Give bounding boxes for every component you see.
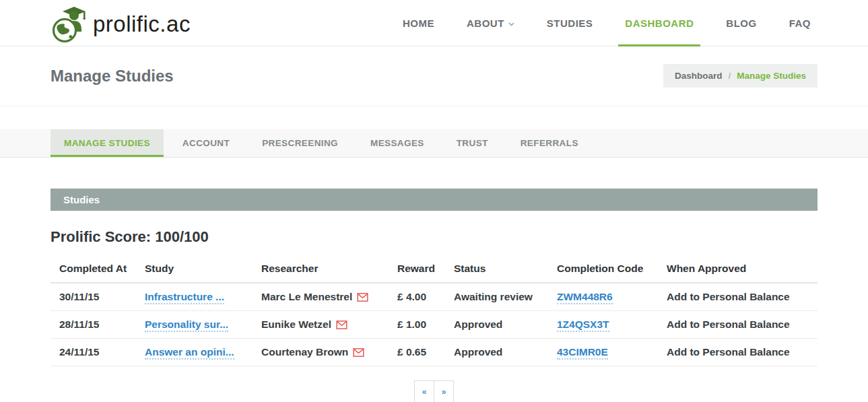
cell-completion-code: 43CIMR0E — [557, 339, 667, 366]
nav-faq[interactable]: FAQ — [782, 0, 817, 46]
cell-completed-at: 24/11/15 — [51, 339, 145, 366]
breadcrumb-current: Manage Studies — [737, 71, 806, 81]
page-title: Manage Studies — [51, 67, 174, 86]
cell-status: Awaiting review — [454, 283, 557, 311]
pagination-next-button[interactable]: » — [434, 380, 454, 402]
nav-home[interactable]: HOME — [396, 0, 441, 46]
cell-completed-at: 30/11/15 — [51, 283, 145, 311]
cell-researcher: Eunike Wetzel — [261, 311, 397, 339]
tab-manage-studies[interactable]: MANAGE STUDIES — [51, 129, 164, 157]
cell-status: Approved — [454, 311, 557, 339]
tab-strip: MANAGE STUDIES ACCOUNT PRESCREENING MESS… — [0, 129, 868, 158]
logo-text: prolific.ac — [93, 11, 191, 37]
breadcrumb-dashboard-link[interactable]: Dashboard — [675, 71, 723, 81]
pagination: «» — [51, 380, 817, 402]
studies-panel-header: Studies — [51, 189, 817, 211]
cell-study: Answer an opini... — [145, 339, 261, 366]
main-nav: HOME ABOUT STUDIES DASHBOARD BLOG FAQ — [377, 0, 817, 46]
cell-when-approved: Add to Personal Balance — [667, 339, 817, 366]
title-band: Manage Studies Dashboard/Manage Studies — [0, 46, 868, 106]
col-header-completion-code: Completion Code — [557, 257, 667, 283]
table-row: 24/11/15 Answer an opini... Courtenay Br… — [51, 339, 817, 366]
study-link[interactable]: Personality sur... — [145, 319, 228, 332]
tab-messages[interactable]: MESSAGES — [357, 129, 438, 157]
cell-completion-code: 1Z4QSX3T — [557, 311, 667, 339]
cell-researcher: Marc Le Menestrel — [261, 283, 397, 311]
cell-completion-code: ZWM448R6 — [557, 283, 667, 311]
message-envelope-icon[interactable] — [357, 293, 368, 302]
tab-trust[interactable]: TRUST — [443, 129, 502, 157]
table-row: 28/11/15 Personality sur... Eunike Wetze… — [51, 311, 817, 339]
cell-status: Approved — [454, 339, 557, 366]
logo[interactable]: prolific.ac — [51, 0, 191, 46]
col-header-researcher: Researcher — [261, 257, 397, 283]
chevron-down-icon — [508, 22, 514, 26]
cell-reward: £ 4.00 — [397, 283, 454, 311]
studies-table: Completed At Study Researcher Reward Sta… — [51, 257, 817, 366]
breadcrumb-separator: / — [728, 71, 731, 81]
studies-panel-title: Studies — [63, 194, 100, 205]
researcher-name: Courtenay Brown — [261, 346, 348, 358]
message-envelope-icon[interactable] — [336, 321, 347, 329]
nav-dashboard[interactable]: DASHBOARD — [618, 0, 700, 46]
table-row: 30/11/15 Infrastructure ... Marc Le Mene… — [51, 283, 817, 311]
message-envelope-icon[interactable] — [353, 348, 364, 357]
cell-study: Infrastructure ... — [145, 283, 261, 311]
table-header-row: Completed At Study Researcher Reward Sta… — [51, 257, 817, 283]
prolific-score-heading: Prolific Score: 100/100 — [51, 228, 817, 246]
main-content: Studies Prolific Score: 100/100 Complete… — [51, 158, 817, 402]
col-header-status: Status — [454, 257, 557, 283]
nav-studies[interactable]: STUDIES — [540, 0, 600, 46]
col-header-study: Study — [145, 257, 261, 283]
cell-study: Personality sur... — [145, 311, 261, 339]
nav-blog[interactable]: BLOG — [719, 0, 763, 46]
completion-code-link[interactable]: 43CIMR0E — [557, 346, 608, 360]
col-header-reward: Reward — [397, 257, 454, 283]
study-link[interactable]: Infrastructure ... — [145, 291, 224, 304]
cell-reward: £ 1.00 — [397, 311, 454, 339]
cell-completed-at: 28/11/15 — [51, 311, 145, 339]
prolific-globe-logo-icon — [51, 5, 91, 43]
study-link[interactable]: Answer an opini... — [145, 346, 234, 360]
cell-when-approved: Add to Personal Balance — [667, 311, 817, 339]
tab-referrals[interactable]: REFERRALS — [507, 129, 592, 157]
completion-code-link[interactable]: ZWM448R6 — [557, 291, 613, 304]
tab-account[interactable]: ACCOUNT — [169, 129, 243, 157]
cell-researcher: Courtenay Brown — [261, 339, 397, 366]
cell-reward: £ 0.65 — [397, 339, 454, 366]
col-header-completed-at: Completed At — [51, 257, 145, 283]
col-header-when-approved: When Approved — [667, 257, 817, 283]
breadcrumb: Dashboard/Manage Studies — [663, 64, 817, 88]
researcher-name: Marc Le Menestrel — [261, 291, 352, 302]
completion-code-link[interactable]: 1Z4QSX3T — [557, 319, 609, 332]
cell-when-approved: Add to Personal Balance — [667, 283, 817, 311]
site-header: prolific.ac HOME ABOUT STUDIES DASHBOARD… — [0, 0, 868, 46]
researcher-name: Eunike Wetzel — [261, 319, 331, 330]
nav-about[interactable]: ABOUT — [460, 0, 521, 46]
pagination-prev-button[interactable]: « — [414, 380, 434, 402]
tab-prescreening[interactable]: PRESCREENING — [248, 129, 352, 157]
